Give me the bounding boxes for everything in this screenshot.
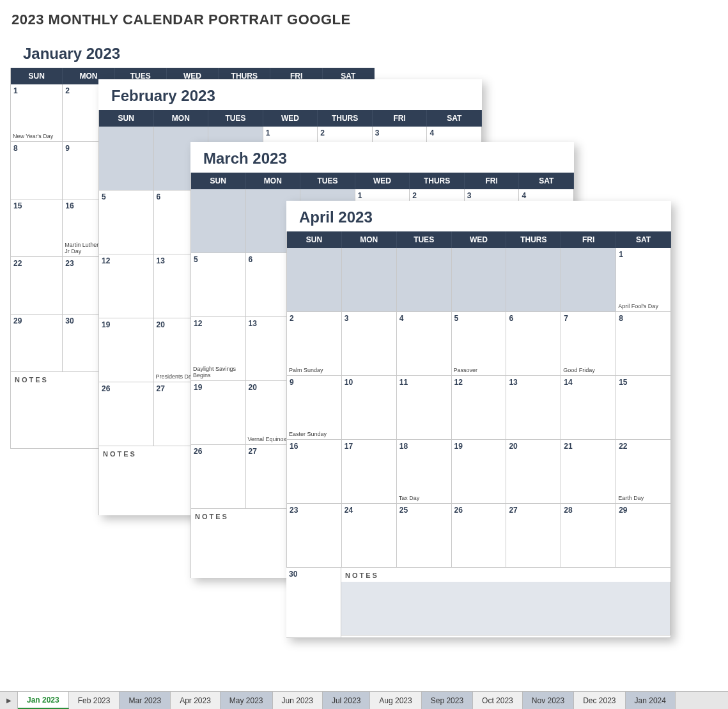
calendar-cell[interactable]: 26 — [452, 504, 507, 568]
day-header: MON — [154, 110, 209, 127]
calendar-cell[interactable]: 30 — [286, 568, 341, 638]
day-number: 14 — [564, 378, 613, 387]
tab-scroll-icon[interactable]: ▶ — [0, 692, 18, 709]
calendar-cell[interactable]: 5Passover — [452, 312, 507, 376]
calendar-cell[interactable]: 3 — [342, 312, 397, 376]
calendar-cell[interactable]: 22Earth Day — [616, 440, 671, 504]
calendar-cell[interactable]: 6 — [506, 312, 561, 376]
calendar-cell[interactable]: 29 — [616, 504, 671, 568]
calendar-cell-pad[interactable] — [506, 248, 561, 312]
calendar-cell[interactable]: 12Daylight Savings Begins — [191, 317, 246, 381]
calendar-cell[interactable]: 1April Fool's Day — [616, 248, 671, 312]
sheet-tab-bar: ▶ Jan 2023Feb 2023Mar 2023Apr 2023May 20… — [0, 691, 728, 709]
calendar-cell[interactable]: 22 — [11, 257, 63, 315]
calendar-cell-pad[interactable] — [452, 248, 507, 312]
day-number: 8 — [13, 144, 59, 153]
calendar-cell-pad[interactable] — [561, 248, 616, 312]
calendar-cell-pad[interactable] — [191, 189, 246, 253]
day-number: 1 — [358, 191, 407, 200]
day-header: THURS — [506, 231, 561, 248]
calendar-cell[interactable]: 11 — [397, 376, 452, 440]
sheet-tab[interactable]: Oct 2023 — [473, 692, 523, 709]
calendar-cell[interactable]: 17 — [342, 440, 397, 504]
sheet-tab[interactable]: Dec 2023 — [574, 692, 625, 709]
calendar-cell[interactable]: 28 — [561, 504, 616, 568]
calendar-cell[interactable]: 20 — [506, 440, 561, 504]
calendar-cell[interactable]: 27 — [506, 504, 561, 568]
day-header: FRI — [465, 173, 520, 189]
day-number: 29 — [13, 316, 59, 325]
calendar-cell[interactable]: 19 — [452, 440, 507, 504]
calendar-cell[interactable]: 5 — [99, 191, 154, 254]
calendar-cell[interactable]: 21 — [561, 440, 616, 504]
sheet-tab[interactable]: Feb 2023 — [69, 692, 120, 709]
day-number: 2 — [290, 314, 339, 323]
calendar-cell[interactable]: 9Easter Sunday — [287, 376, 342, 440]
day-number: 19 — [454, 442, 504, 451]
day-number: 10 — [345, 378, 394, 387]
day-header: SAT — [519, 173, 574, 189]
sheet-tab[interactable]: Jun 2023 — [273, 692, 323, 709]
calendar-cell[interactable]: 19 — [99, 318, 154, 382]
notes-area[interactable] — [341, 582, 670, 635]
day-number: 24 — [345, 506, 394, 515]
calendar-cell[interactable]: 25 — [397, 504, 452, 568]
sheet-tab[interactable]: Sep 2023 — [422, 692, 473, 709]
day-header: WED — [355, 173, 410, 189]
calendar-cell[interactable]: 18Tax Day — [397, 440, 452, 504]
calendar-cell[interactable]: 13 — [506, 376, 561, 440]
day-event: Tax Day — [399, 495, 449, 502]
day-number: 26 — [194, 447, 243, 456]
sheet-tab[interactable]: Jan 2023 — [18, 692, 69, 709]
calendar-cell[interactable]: 29 — [11, 315, 63, 372]
notes-label: NOTES — [341, 568, 670, 579]
sheet-tab[interactable]: Jul 2023 — [323, 692, 370, 709]
day-number: 30 — [289, 570, 338, 579]
calendar-cell[interactable]: 1New Year's Day — [11, 84, 63, 142]
calendar-cell[interactable]: 4 — [397, 312, 452, 376]
day-number: 12 — [454, 378, 504, 387]
sheet-tab[interactable]: Mar 2023 — [120, 692, 171, 709]
calendar-cell-pad[interactable] — [99, 127, 154, 191]
day-number: 4 — [522, 191, 571, 200]
calendar-cell[interactable]: 5 — [191, 253, 246, 317]
sheet-tab[interactable]: May 2023 — [221, 692, 273, 709]
calendar-cell[interactable]: 12 — [452, 376, 507, 440]
calendar-cell[interactable]: 12 — [99, 254, 154, 318]
day-header: TUES — [208, 110, 263, 127]
calendar-cell[interactable]: 23 — [287, 504, 342, 568]
calendar-cell[interactable]: 26 — [191, 445, 246, 509]
day-header: SUN — [287, 231, 342, 248]
calendar-cell-pad[interactable] — [287, 248, 342, 312]
day-header: MON — [342, 231, 397, 248]
calendar-cell[interactable]: 15 — [616, 376, 671, 440]
calendar-cell[interactable]: 19 — [191, 381, 246, 445]
calendar-cell[interactable]: 2Palm Sunday — [287, 312, 342, 376]
calendar-cell[interactable]: 24 — [342, 504, 397, 568]
day-number: 3 — [345, 314, 394, 323]
day-event: Daylight Savings Begins — [193, 366, 244, 379]
day-header: SUN — [11, 68, 63, 84]
calendar-cell[interactable]: 7Good Friday — [561, 312, 616, 376]
calendar-cell[interactable]: 8 — [616, 312, 671, 376]
day-number: 16 — [290, 442, 339, 451]
sheet-tab[interactable]: Apr 2023 — [171, 692, 221, 709]
sheet-tab[interactable]: Nov 2023 — [523, 692, 574, 709]
day-number: 27 — [509, 506, 558, 515]
day-number: 5 — [194, 255, 243, 264]
day-number: 6 — [509, 314, 558, 323]
day-number: 15 — [13, 201, 59, 210]
page-title: 2023 MONTHLY CALENDAR PORTRAIT GOOGLE — [0, 0, 728, 33]
calendar-cell[interactable]: 26 — [99, 382, 154, 446]
calendar-cell[interactable]: 8 — [11, 142, 63, 199]
calendar-cell[interactable]: 16 — [287, 440, 342, 504]
sheet-tab[interactable]: Jan 2024 — [626, 692, 676, 709]
calendar-cell[interactable]: 15 — [11, 199, 63, 257]
calendar-cell[interactable]: 10 — [342, 376, 397, 440]
calendar-cell-pad[interactable] — [342, 248, 397, 312]
day-number: 5 — [102, 192, 151, 201]
calendar-cell-pad[interactable] — [397, 248, 452, 312]
sheet-tab[interactable]: Aug 2023 — [370, 692, 421, 709]
calendar-cell[interactable]: 14 — [561, 376, 616, 440]
day-event: Good Friday — [563, 368, 614, 374]
